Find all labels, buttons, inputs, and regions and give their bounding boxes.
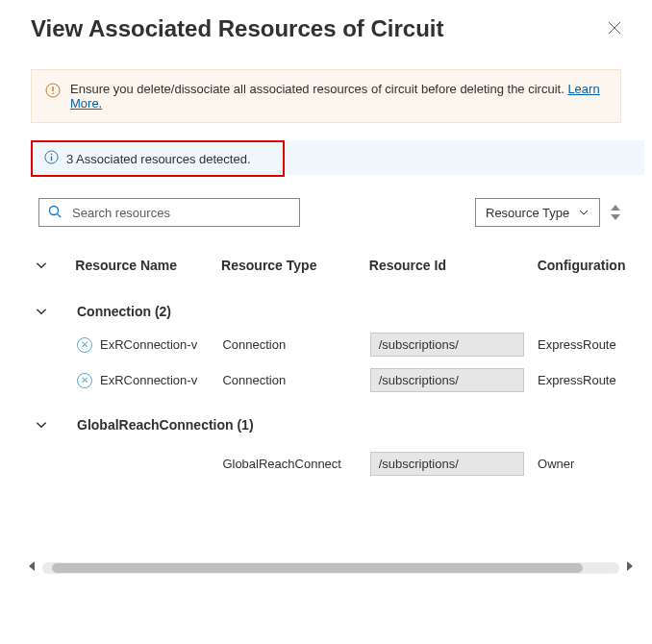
svg-rect-4 xyxy=(51,157,52,161)
col-header-config[interactable]: Configuration xyxy=(538,258,648,273)
svg-line-7 xyxy=(58,213,62,217)
expand-all-icon[interactable] xyxy=(35,259,48,272)
resource-id-chip[interactable]: /subscriptions/ xyxy=(370,452,524,476)
svg-rect-2 xyxy=(52,93,53,95)
resource-id-chip[interactable]: /subscriptions/ xyxy=(370,333,524,357)
search-input[interactable] xyxy=(72,206,291,220)
row-name: ExRConnection-v xyxy=(100,337,197,352)
row-name: ExRConnection-v xyxy=(100,373,197,387)
chevron-down-icon xyxy=(578,207,589,218)
sort-toggle[interactable] xyxy=(610,204,621,221)
col-header-type[interactable]: Resource Type xyxy=(221,258,369,273)
svg-rect-5 xyxy=(51,154,52,155)
table-row[interactable]: ✕ ExRConnection-v Connection /subscripti… xyxy=(4,362,648,398)
warning-banner: Ensure you delete/dissociate all associa… xyxy=(31,69,621,123)
close-icon[interactable] xyxy=(608,21,621,37)
column-headers: Resource Name Resource Type Resource Id … xyxy=(4,258,648,285)
group-title: GlobalReachConnection (1) xyxy=(77,417,254,433)
info-icon xyxy=(44,150,59,167)
svg-point-6 xyxy=(50,206,59,214)
sort-up-icon xyxy=(610,204,621,211)
row-config: ExpressRoute xyxy=(538,373,648,387)
row-type: Connection xyxy=(222,373,369,387)
sort-down-icon xyxy=(610,213,621,221)
scroll-track[interactable] xyxy=(42,562,619,574)
table-row[interactable]: ✕ ExRConnection-v Connection /subscripti… xyxy=(4,327,648,362)
info-banner: 3 Associated resources detected. xyxy=(31,140,285,177)
chevron-down-icon xyxy=(35,418,48,432)
page-title: View Associated Resources of Circuit xyxy=(31,15,443,42)
info-text: 3 Associated resources detected. xyxy=(66,152,251,166)
row-config: ExpressRoute xyxy=(538,337,648,352)
chevron-down-icon xyxy=(35,305,48,318)
warning-icon xyxy=(45,82,61,101)
group-title: Connection (2) xyxy=(77,304,171,319)
resource-id-chip[interactable]: /subscriptions/ xyxy=(370,368,524,392)
resource-type-dropdown[interactable]: Resource Type xyxy=(475,198,600,227)
col-header-name[interactable]: Resource Name xyxy=(75,258,221,273)
row-config: Owner xyxy=(538,457,648,471)
search-input-wrap[interactable] xyxy=(38,198,300,227)
search-icon xyxy=(47,204,63,222)
table-row[interactable]: GlobalReachConnect /subscriptions/ Owner xyxy=(4,446,648,482)
connection-icon: ✕ xyxy=(77,373,92,388)
svg-rect-1 xyxy=(52,87,53,91)
warning-text: Ensure you delete/dissociate all associa… xyxy=(70,82,607,111)
row-type: GlobalReachConnect xyxy=(222,457,369,471)
col-header-id[interactable]: Resource Id xyxy=(369,258,538,273)
scroll-right-icon[interactable] xyxy=(625,560,635,575)
group-header-globalreach[interactable]: GlobalReachConnection (1) xyxy=(4,398,648,440)
scroll-left-icon[interactable] xyxy=(27,560,37,575)
group-header-connection[interactable]: Connection (2) xyxy=(4,285,648,327)
scroll-thumb[interactable] xyxy=(52,563,583,573)
dropdown-label: Resource Type xyxy=(486,206,569,220)
row-type: Connection xyxy=(222,337,369,352)
info-banner-bg xyxy=(285,140,644,175)
connection-icon: ✕ xyxy=(77,337,92,353)
horizontal-scrollbar[interactable] xyxy=(27,560,635,575)
